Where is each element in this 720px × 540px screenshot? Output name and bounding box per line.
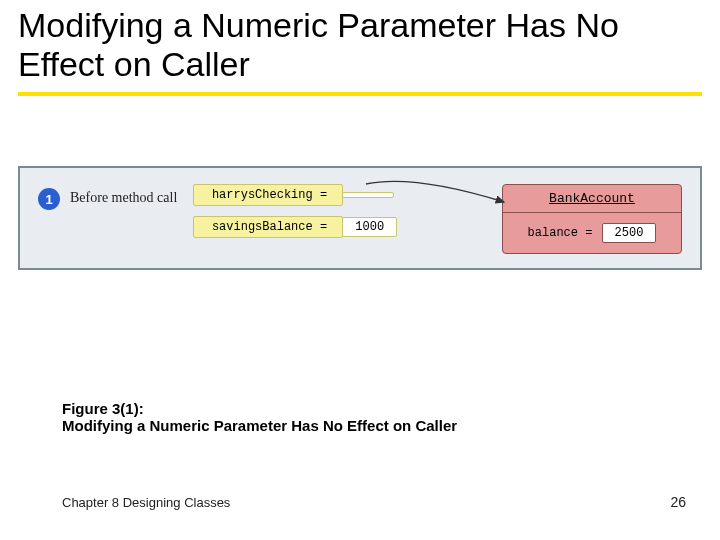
object-separator bbox=[503, 212, 681, 213]
object-box: BankAccount balance = 2500 bbox=[502, 184, 682, 254]
slide-title: Modifying a Numeric Parameter Has No Eff… bbox=[18, 0, 702, 90]
page-number: 26 bbox=[670, 494, 686, 510]
variable-list: harrysChecking = savingsBalance = 1000 bbox=[193, 184, 397, 248]
variable-row: savingsBalance = 1000 bbox=[193, 216, 397, 238]
object-class-name: BankAccount bbox=[515, 191, 669, 210]
footer-text: Chapter 8 Designing Classes bbox=[62, 495, 230, 510]
diagram-container: 1 Before method call harrysChecking = sa… bbox=[18, 166, 702, 270]
slide: Modifying a Numeric Parameter Has No Eff… bbox=[0, 0, 720, 540]
memory-diagram: 1 Before method call harrysChecking = sa… bbox=[18, 166, 702, 270]
variable-name: harrysChecking = bbox=[193, 184, 343, 206]
variable-value: 1000 bbox=[342, 217, 397, 237]
variable-row: harrysChecking = bbox=[193, 184, 397, 206]
object-field-value: 2500 bbox=[602, 223, 657, 243]
variable-value bbox=[342, 192, 394, 198]
object-field-row: balance = 2500 bbox=[515, 223, 669, 243]
step-badge: 1 bbox=[38, 188, 60, 210]
title-rule bbox=[18, 92, 702, 96]
step-label: Before method call bbox=[70, 190, 177, 206]
figure-title: Modifying a Numeric Parameter Has No Eff… bbox=[62, 417, 457, 434]
figure-caption: Figure 3(1): Modifying a Numeric Paramet… bbox=[62, 400, 457, 434]
figure-ref: Figure 3(1): bbox=[62, 400, 457, 417]
object-field-label: balance = bbox=[528, 226, 600, 240]
variable-name: savingsBalance = bbox=[193, 216, 343, 238]
